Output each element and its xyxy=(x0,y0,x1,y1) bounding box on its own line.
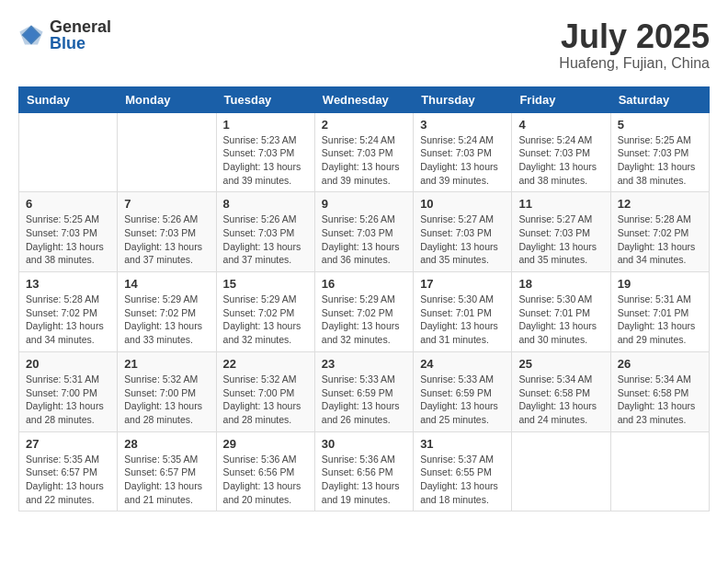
week-row-4: 20Sunrise: 5:31 AM Sunset: 7:00 PM Dayli… xyxy=(19,351,710,431)
day-number-24: 24 xyxy=(420,357,505,371)
day-number-29: 29 xyxy=(223,437,308,451)
day-number-15: 15 xyxy=(223,277,308,291)
cell-w2-d1: 7Sunrise: 5:26 AM Sunset: 7:03 PM Daylig… xyxy=(118,192,216,272)
month-year: July 2025 xyxy=(559,18,710,55)
day-info-28: Sunrise: 5:35 AM Sunset: 6:57 PM Dayligh… xyxy=(124,453,209,507)
cell-w5-d2: 29Sunrise: 5:36 AM Sunset: 6:56 PM Dayli… xyxy=(216,431,314,511)
week-row-5: 27Sunrise: 5:35 AM Sunset: 6:57 PM Dayli… xyxy=(19,431,710,511)
location: Huafeng, Fujian, China xyxy=(559,55,710,72)
cell-w3-d5: 18Sunrise: 5:30 AM Sunset: 7:01 PM Dayli… xyxy=(512,272,610,352)
cell-w3-d1: 14Sunrise: 5:29 AM Sunset: 7:02 PM Dayli… xyxy=(118,272,216,352)
day-info-25: Sunrise: 5:34 AM Sunset: 6:58 PM Dayligh… xyxy=(518,373,603,427)
day-number-8: 8 xyxy=(223,197,308,211)
cell-w2-d2: 8Sunrise: 5:26 AM Sunset: 7:03 PM Daylig… xyxy=(216,192,314,272)
cell-w1-d0 xyxy=(19,112,118,192)
cell-w5-d0: 27Sunrise: 5:35 AM Sunset: 6:57 PM Dayli… xyxy=(19,431,118,511)
cell-w4-d0: 20Sunrise: 5:31 AM Sunset: 7:00 PM Dayli… xyxy=(19,351,118,431)
day-number-10: 10 xyxy=(420,197,505,211)
cell-w4-d2: 22Sunrise: 5:32 AM Sunset: 7:00 PM Dayli… xyxy=(216,351,314,431)
cell-w1-d5: 4Sunrise: 5:24 AM Sunset: 7:03 PM Daylig… xyxy=(512,112,610,192)
header-wednesday: Wednesday xyxy=(314,86,413,112)
logo-text: General Blue xyxy=(50,18,111,52)
cell-w4-d6: 26Sunrise: 5:34 AM Sunset: 6:58 PM Dayli… xyxy=(610,351,709,431)
day-info-21: Sunrise: 5:32 AM Sunset: 7:00 PM Dayligh… xyxy=(124,373,209,427)
cell-w4-d3: 23Sunrise: 5:33 AM Sunset: 6:59 PM Dayli… xyxy=(314,351,413,431)
day-number-14: 14 xyxy=(124,277,209,291)
day-info-11: Sunrise: 5:27 AM Sunset: 7:03 PM Dayligh… xyxy=(518,213,603,267)
day-number-21: 21 xyxy=(124,357,209,371)
cell-w5-d3: 30Sunrise: 5:36 AM Sunset: 6:56 PM Dayli… xyxy=(314,431,413,511)
day-info-3: Sunrise: 5:24 AM Sunset: 7:03 PM Dayligh… xyxy=(420,133,505,188)
day-info-13: Sunrise: 5:28 AM Sunset: 7:02 PM Dayligh… xyxy=(26,293,110,347)
cell-w5-d1: 28Sunrise: 5:35 AM Sunset: 6:57 PM Dayli… xyxy=(118,431,216,511)
day-info-16: Sunrise: 5:29 AM Sunset: 7:02 PM Dayligh… xyxy=(322,293,406,347)
day-number-23: 23 xyxy=(322,357,406,371)
cell-w5-d5 xyxy=(512,431,610,511)
cell-w1-d6: 5Sunrise: 5:25 AM Sunset: 7:03 PM Daylig… xyxy=(610,112,709,192)
cell-w4-d1: 21Sunrise: 5:32 AM Sunset: 7:00 PM Dayli… xyxy=(118,351,216,431)
header-sunday: Sunday xyxy=(19,86,118,112)
header-saturday: Saturday xyxy=(610,86,709,112)
week-row-1: 1Sunrise: 5:23 AM Sunset: 7:03 PM Daylig… xyxy=(19,112,710,192)
day-info-22: Sunrise: 5:32 AM Sunset: 7:00 PM Dayligh… xyxy=(223,373,308,427)
day-info-10: Sunrise: 5:27 AM Sunset: 7:03 PM Dayligh… xyxy=(420,213,505,267)
cell-w2-d4: 10Sunrise: 5:27 AM Sunset: 7:03 PM Dayli… xyxy=(414,192,512,272)
week-row-3: 13Sunrise: 5:28 AM Sunset: 7:02 PM Dayli… xyxy=(19,272,710,352)
day-number-28: 28 xyxy=(124,437,209,451)
cell-w5-d4: 31Sunrise: 5:37 AM Sunset: 6:55 PM Dayli… xyxy=(414,431,512,511)
day-number-2: 2 xyxy=(322,118,406,132)
day-info-7: Sunrise: 5:26 AM Sunset: 7:03 PM Dayligh… xyxy=(124,213,209,267)
cell-w1-d2: 1Sunrise: 5:23 AM Sunset: 7:03 PM Daylig… xyxy=(216,112,314,192)
day-number-9: 9 xyxy=(322,197,406,211)
cell-w4-d5: 25Sunrise: 5:34 AM Sunset: 6:58 PM Dayli… xyxy=(512,351,610,431)
day-info-1: Sunrise: 5:23 AM Sunset: 7:03 PM Dayligh… xyxy=(223,133,308,188)
day-info-20: Sunrise: 5:31 AM Sunset: 7:00 PM Dayligh… xyxy=(26,373,110,427)
day-info-29: Sunrise: 5:36 AM Sunset: 6:56 PM Dayligh… xyxy=(223,453,308,507)
day-number-20: 20 xyxy=(26,357,110,371)
cell-w4-d4: 24Sunrise: 5:33 AM Sunset: 6:59 PM Dayli… xyxy=(414,351,512,431)
day-info-12: Sunrise: 5:28 AM Sunset: 7:02 PM Dayligh… xyxy=(618,213,702,267)
title-block: July 2025 Huafeng, Fujian, China xyxy=(559,18,710,72)
day-info-9: Sunrise: 5:26 AM Sunset: 7:03 PM Dayligh… xyxy=(322,213,406,267)
day-info-26: Sunrise: 5:34 AM Sunset: 6:58 PM Dayligh… xyxy=(618,373,702,427)
header-tuesday: Tuesday xyxy=(216,86,314,112)
logo-blue: Blue xyxy=(50,35,111,52)
day-info-31: Sunrise: 5:37 AM Sunset: 6:55 PM Dayligh… xyxy=(420,453,505,507)
day-info-2: Sunrise: 5:24 AM Sunset: 7:03 PM Dayligh… xyxy=(322,133,406,188)
cell-w2-d6: 12Sunrise: 5:28 AM Sunset: 7:02 PM Dayli… xyxy=(610,192,709,272)
cell-w3-d0: 13Sunrise: 5:28 AM Sunset: 7:02 PM Dayli… xyxy=(19,272,118,352)
day-info-18: Sunrise: 5:30 AM Sunset: 7:01 PM Dayligh… xyxy=(518,293,603,347)
logo: General Blue xyxy=(18,18,111,52)
calendar: Sunday Monday Tuesday Wednesday Thursday… xyxy=(18,86,710,512)
weekday-header-row: Sunday Monday Tuesday Wednesday Thursday… xyxy=(19,86,710,112)
cell-w1-d4: 3Sunrise: 5:24 AM Sunset: 7:03 PM Daylig… xyxy=(414,112,512,192)
week-row-2: 6Sunrise: 5:25 AM Sunset: 7:03 PM Daylig… xyxy=(19,192,710,272)
day-info-23: Sunrise: 5:33 AM Sunset: 6:59 PM Dayligh… xyxy=(322,373,406,427)
day-number-30: 30 xyxy=(322,437,406,451)
cell-w3-d6: 19Sunrise: 5:31 AM Sunset: 7:01 PM Dayli… xyxy=(610,272,709,352)
cell-w3-d2: 15Sunrise: 5:29 AM Sunset: 7:02 PM Dayli… xyxy=(216,272,314,352)
day-number-12: 12 xyxy=(618,197,702,211)
day-number-25: 25 xyxy=(518,357,603,371)
cell-w5-d6 xyxy=(610,431,709,511)
day-number-7: 7 xyxy=(124,197,209,211)
day-info-24: Sunrise: 5:33 AM Sunset: 6:59 PM Dayligh… xyxy=(420,373,505,427)
cell-w3-d3: 16Sunrise: 5:29 AM Sunset: 7:02 PM Dayli… xyxy=(314,272,413,352)
cell-w3-d4: 17Sunrise: 5:30 AM Sunset: 7:01 PM Dayli… xyxy=(414,272,512,352)
cell-w2-d3: 9Sunrise: 5:26 AM Sunset: 7:03 PM Daylig… xyxy=(314,192,413,272)
cell-w1-d3: 2Sunrise: 5:24 AM Sunset: 7:03 PM Daylig… xyxy=(314,112,413,192)
header-monday: Monday xyxy=(118,86,216,112)
day-info-17: Sunrise: 5:30 AM Sunset: 7:01 PM Dayligh… xyxy=(420,293,505,347)
cell-w2-d0: 6Sunrise: 5:25 AM Sunset: 7:03 PM Daylig… xyxy=(19,192,118,272)
day-number-27: 27 xyxy=(26,437,110,451)
day-number-18: 18 xyxy=(518,277,603,291)
day-info-15: Sunrise: 5:29 AM Sunset: 7:02 PM Dayligh… xyxy=(223,293,308,347)
day-number-13: 13 xyxy=(26,277,110,291)
day-number-5: 5 xyxy=(618,118,702,132)
day-number-17: 17 xyxy=(420,277,505,291)
day-number-31: 31 xyxy=(420,437,505,451)
day-number-19: 19 xyxy=(618,277,702,291)
header-thursday: Thursday xyxy=(414,86,512,112)
svg-marker-0 xyxy=(19,26,42,45)
day-info-4: Sunrise: 5:24 AM Sunset: 7:03 PM Dayligh… xyxy=(518,133,603,188)
